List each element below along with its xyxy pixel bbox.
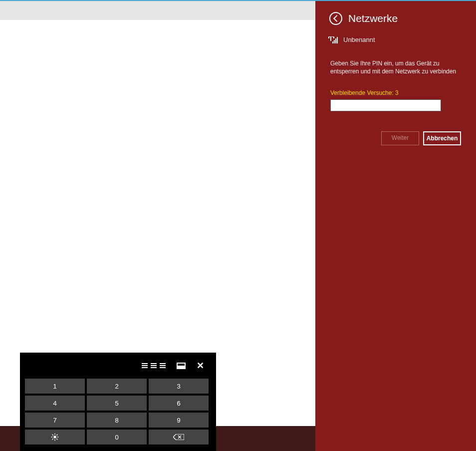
back-button[interactable]	[329, 12, 342, 25]
network-item[interactable]: Unbenannt	[315, 25, 476, 43]
key-3[interactable]: 3	[149, 379, 209, 394]
keyboard-layout-icon[interactable]	[142, 363, 166, 368]
arrow-left-icon	[333, 15, 340, 22]
networks-title: Netzwerke	[348, 12, 398, 24]
backspace-icon	[173, 434, 184, 440]
key-5[interactable]: 5	[87, 396, 147, 411]
pin-instruction: Geben Sie Ihre PIN ein, um das Gerät zu …	[315, 43, 476, 75]
touch-keypad: ✕ 1 2 3 4 5 6 7 8 9 0	[20, 353, 216, 451]
key-2[interactable]: 2	[87, 379, 147, 394]
svg-line-7	[52, 439, 53, 440]
svg-point-0	[53, 436, 56, 438]
cellular-signal-icon	[329, 36, 338, 43]
key-4[interactable]: 4	[25, 396, 85, 411]
keyboard-dock-icon[interactable]	[177, 363, 186, 369]
key-7[interactable]: 7	[25, 413, 85, 428]
svg-line-5	[52, 435, 53, 436]
key-9[interactable]: 9	[149, 413, 209, 428]
keypad-toolbar: ✕	[20, 353, 216, 379]
browser-tabbar-placeholder	[0, 1, 315, 20]
keypad-grid: 1 2 3 4 5 6 7 8 9 0	[20, 379, 216, 450]
key-8[interactable]: 8	[87, 413, 147, 428]
key-backspace[interactable]	[149, 430, 209, 445]
key-0[interactable]: 0	[87, 430, 147, 445]
button-row: Weiter Abbrechen	[315, 111, 476, 145]
svg-line-8	[56, 435, 57, 436]
svg-line-6	[56, 439, 57, 440]
pin-input[interactable]	[330, 99, 441, 111]
networks-panel: Netzwerke Unbenannt Geben Sie Ihre PIN e…	[315, 1, 476, 451]
next-button[interactable]: Weiter	[381, 131, 419, 145]
key-1[interactable]: 1	[25, 379, 85, 394]
key-6[interactable]: 6	[149, 396, 209, 411]
brightness-icon	[51, 433, 59, 441]
network-name: Unbenannt	[343, 36, 375, 43]
attempts-remaining: Verbleibende Versuche: 3	[315, 75, 476, 99]
close-icon[interactable]: ✕	[197, 361, 204, 370]
key-brightness[interactable]	[25, 430, 85, 445]
cancel-button[interactable]: Abbrechen	[423, 131, 461, 145]
networks-header: Netzwerke	[315, 1, 476, 25]
